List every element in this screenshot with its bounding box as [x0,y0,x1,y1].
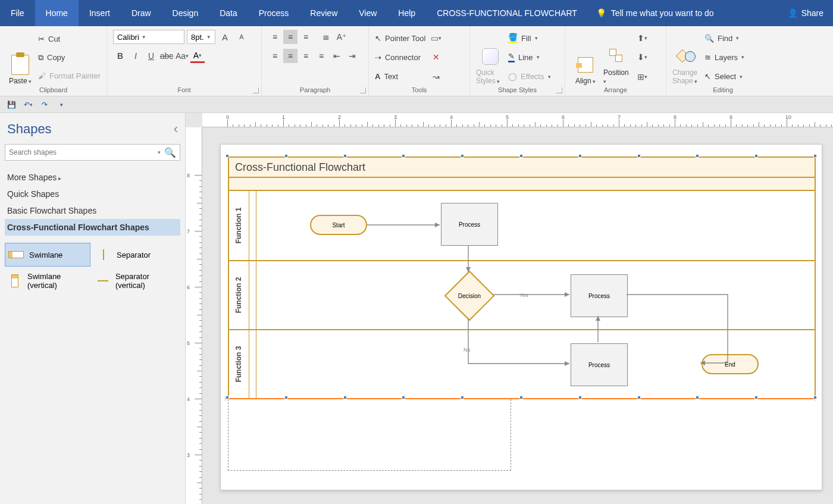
selection-handle[interactable] [813,154,817,158]
selection-handle[interactable] [696,396,699,399]
effects-button[interactable]: ◯Effects [508,70,551,84]
font-color-button[interactable]: A [190,49,205,63]
selection-handle[interactable] [402,396,405,399]
align-top-button[interactable]: ≡ [268,30,282,44]
tab-file[interactable]: File [0,0,35,26]
selection-handle[interactable] [519,154,523,158]
strike-button[interactable]: abc [159,49,174,63]
layers-button[interactable]: ≋Layers [704,50,744,64]
stencil-swimlane-vertical[interactable]: Swimlane (vertical) [5,269,90,293]
tab-view[interactable]: View [348,0,387,26]
format-painter-button[interactable]: 🖌Format Painter [38,69,101,83]
lane-2[interactable]: Function 2 Decision Process Yes [229,260,815,329]
position-button[interactable]: Position [603,30,632,85]
bold-button[interactable]: B [113,49,127,63]
font-size-select[interactable]: 8pt.▼ [187,30,215,44]
lane-1[interactable]: Function 1 Start Process [229,191,815,260]
italic-button[interactable]: I [129,49,143,63]
group-button[interactable]: ⊞ [635,70,650,84]
find-button[interactable]: 🔍Find [704,31,744,45]
send-back-button[interactable]: ⬇ [635,50,650,64]
cross-functional-item[interactable]: Cross-Functional Flowchart Shapes [5,219,180,236]
stencil-separator[interactable]: Separator [93,243,178,267]
selection-handle[interactable] [343,396,347,399]
selection-handle[interactable] [696,154,699,158]
drawing-page[interactable]: Cross-Functional Flowchart Function 1 St… [220,144,822,490]
cut-button[interactable]: ✂Cut [38,32,101,46]
tab-insert[interactable]: Insert [79,0,121,26]
align-middle-button[interactable]: ≡ [283,30,298,44]
phase-bar[interactable] [228,178,816,191]
selection-handle[interactable] [578,154,582,158]
font-dialog-launcher[interactable] [253,87,259,93]
selection-handle[interactable] [461,154,464,158]
increase-indent-button[interactable]: ⇥ [345,49,359,63]
lane-3[interactable]: Function 3 Process End No [229,329,815,398]
selection-handle[interactable] [754,154,758,158]
stencil-separator-vertical[interactable]: Separator (vertical) [93,269,178,293]
more-shapes-item[interactable]: More Shapes [5,169,180,186]
decrease-indent-button[interactable]: ⇤ [330,49,344,63]
tab-help[interactable]: Help [387,0,426,26]
selection-handle[interactable] [284,396,288,399]
selection-handle[interactable] [637,396,641,399]
freeform-tool-button[interactable]: ↝ [429,70,443,84]
search-icon[interactable]: 🔍 [161,147,176,158]
bring-front-button[interactable]: ⬆ [635,31,650,45]
selection-handle[interactable] [284,154,288,158]
superscript-button[interactable]: A⁺ [334,30,349,44]
tab-process[interactable]: Process [248,0,300,26]
grow-font-button[interactable]: A [218,30,232,44]
tab-design[interactable]: Design [162,0,209,26]
paragraph-dialog-launcher[interactable] [360,87,366,93]
shape-decision[interactable]: Decision [444,271,494,321]
tab-data[interactable]: Data [209,0,248,26]
change-shape-button[interactable]: Change Shape [672,30,701,85]
connection-point-button[interactable]: ✕ [429,50,443,64]
selection-handle[interactable] [754,396,758,399]
font-name-select[interactable]: Calibri▼ [113,30,184,44]
shape-process-2[interactable]: Process [571,274,628,317]
share-button[interactable]: 👤 Share [778,0,833,26]
qat-customize-button[interactable]: ▾ [56,99,67,110]
selection-handle[interactable] [461,396,464,399]
shape-end[interactable]: End [702,354,759,374]
selection-handle[interactable] [226,154,229,158]
quick-styles-button[interactable]: Quick Styles [476,30,505,85]
collapse-panel-button[interactable]: ‹ [174,121,178,137]
fill-button[interactable]: 🪣Fill [508,31,551,45]
quick-shapes-item[interactable]: Quick Shapes [5,186,180,202]
selection-handle[interactable] [343,154,347,158]
swimlane-title[interactable]: Cross-Functional Flowchart [228,156,816,178]
tab-review[interactable]: Review [299,0,348,26]
tab-home[interactable]: Home [35,0,79,26]
shrink-font-button[interactable]: A [234,30,249,44]
stencil-swimlane[interactable]: Swimlane [5,243,90,267]
text-tool-button[interactable]: AText [375,70,425,84]
line-button[interactable]: ✎Line [508,50,551,64]
selection-handle[interactable] [813,396,817,399]
underline-button[interactable]: U [144,49,158,63]
contextual-tab[interactable]: CROSS-FUNCTIONAL FLOWCHART [426,0,588,26]
connector-tool-button[interactable]: ⇢Connector [375,50,425,64]
align-center-button[interactable]: ≡ [283,49,298,63]
basic-flowchart-item[interactable]: Basic Flowchart Shapes [5,202,180,219]
swimlane-container[interactable]: Cross-Functional Flowchart Function 1 St… [228,156,816,399]
bullets-button[interactable]: ≣ [319,30,333,44]
selection-handle[interactable] [226,396,229,399]
case-button[interactable]: Aa [175,49,189,63]
drawing-canvas[interactable]: 012345678910 876543 Cross-Functional Flo… [186,113,833,504]
pointer-tool-button[interactable]: ↖Pointer Tool [375,31,425,45]
justify-button[interactable]: ≡ [314,49,328,63]
align-bottom-button[interactable]: ≡ [299,30,313,44]
paste-button[interactable]: Paste [6,30,35,85]
shape-start[interactable]: Start [310,215,367,235]
selection-handle[interactable] [519,396,523,399]
tab-draw[interactable]: Draw [121,0,162,26]
shape-process-3[interactable]: Process [571,343,628,386]
shape-process-1[interactable]: Process [441,203,498,246]
select-button[interactable]: ↖Select [704,70,744,84]
selection-handle[interactable] [578,396,582,399]
redo-button[interactable]: ↷ [39,99,50,110]
selection-handle[interactable] [402,154,405,158]
